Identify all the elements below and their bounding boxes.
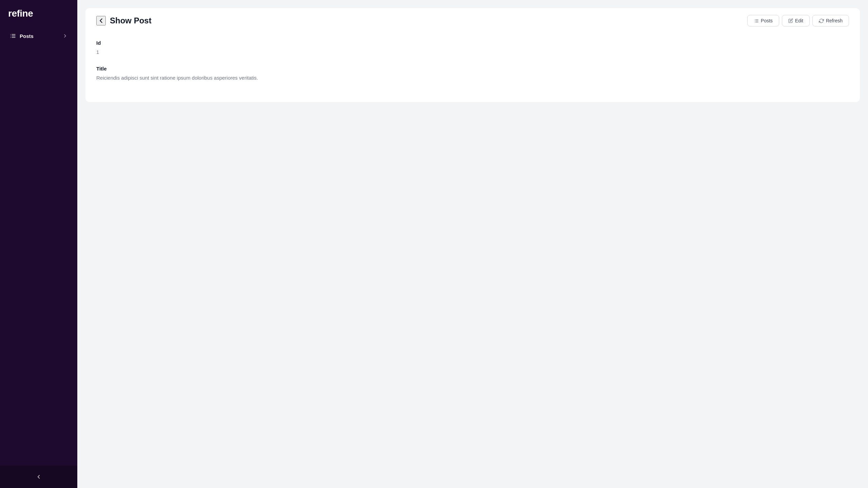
posts-button[interactable]: Posts [747, 15, 779, 26]
sidebar-collapse-area [0, 466, 77, 488]
refresh-icon [819, 18, 824, 23]
refresh-button[interactable]: Refresh [812, 15, 849, 26]
show-post-card: Show Post [85, 8, 860, 102]
list-icon [754, 18, 759, 23]
page-title: Show Post [110, 16, 152, 25]
content-wrapper: Show Post [77, 0, 868, 110]
card-header: Show Post [85, 8, 860, 33]
chevron-right-icon [62, 33, 68, 39]
field-id-group: Id 1 [96, 40, 849, 56]
list-icon [9, 33, 16, 39]
field-title-value: Reiciendis adipisci sunt sint ratione ip… [96, 74, 849, 82]
sidebar: refine Posts [0, 0, 77, 488]
app-logo: refine [8, 8, 69, 19]
sidebar-item-posts-label: Posts [20, 33, 34, 39]
card-header-actions: Posts Edit [747, 15, 849, 26]
posts-button-label: Posts [761, 18, 773, 23]
card-body: Id 1 Title Reiciendis adipisci sunt sint… [85, 33, 860, 102]
edit-button-label: Edit [795, 18, 803, 23]
field-id-value: 1 [96, 48, 849, 56]
sidebar-nav: Posts [0, 26, 77, 466]
sidebar-collapse-button[interactable] [30, 471, 47, 483]
field-title-label: Title [96, 66, 849, 72]
field-title-group: Title Reiciendis adipisci sunt sint rati… [96, 66, 849, 82]
back-button[interactable] [96, 16, 106, 25]
logo-area: refine [0, 0, 77, 26]
refresh-button-label: Refresh [826, 18, 843, 23]
sidebar-item-posts[interactable]: Posts [3, 29, 75, 43]
main-content: Show Post [77, 0, 868, 488]
card-header-left: Show Post [96, 16, 152, 25]
edit-icon [788, 18, 793, 23]
edit-button[interactable]: Edit [782, 15, 810, 26]
field-id-label: Id [96, 40, 849, 46]
